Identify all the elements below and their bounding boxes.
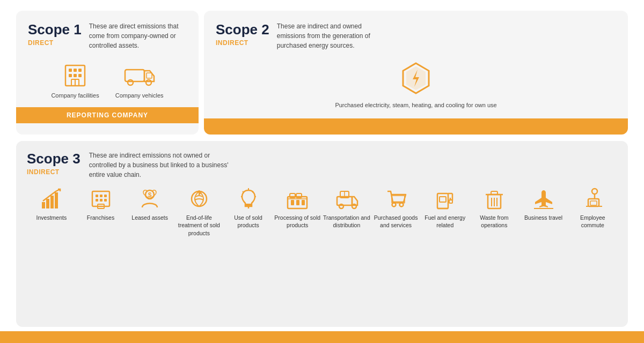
svg-rect-12	[147, 73, 152, 78]
scope1-reporting-bar: REPORTING COMPANY	[16, 107, 199, 123]
scope2-description: These are indirect and owned emissions f…	[277, 21, 384, 50]
svg-rect-1	[69, 69, 72, 72]
scope3-waste-label: Waste from operations	[470, 214, 519, 229]
bottom-bar	[0, 331, 644, 343]
scope3-endoflife-label: End-of-life treatment of sold products	[174, 214, 224, 237]
scope3-item-use-sold: Use of sold products	[224, 187, 273, 229]
svg-rect-3	[78, 69, 82, 72]
svg-line-36	[243, 191, 244, 192]
scope1-title-block: Scope 1 DIRECT	[28, 21, 82, 47]
scope2-icon-center	[216, 56, 616, 101]
svg-rect-2	[74, 69, 77, 72]
scope2-box: Scope 2 INDIRECT These are indirect and …	[204, 11, 628, 135]
svg-rect-16	[46, 199, 49, 208]
scope3-item-waste: Waste from operations	[470, 187, 519, 229]
scope2-subtitle: INDIRECT	[216, 39, 269, 47]
endoflife-icon	[187, 187, 211, 211]
scope3-fuel-label: Fuel and energy related	[420, 214, 470, 229]
scope3-item-franchises: Franchises	[76, 187, 126, 222]
svg-rect-6	[78, 74, 82, 77]
commute-icon	[581, 187, 604, 211]
scope2-icon-label: Purchased electricity, steam, heating, a…	[216, 101, 616, 118]
svg-rect-54	[440, 197, 446, 202]
scope1-box: Scope 1 DIRECT These are direct emission…	[16, 11, 199, 135]
waste-icon	[482, 187, 506, 211]
scope3-item-purchased: Purchased goods and services	[371, 187, 421, 229]
scope2-title: Scope 2	[216, 21, 269, 38]
svg-rect-39	[291, 200, 294, 205]
scope1-subtitle: DIRECT	[28, 39, 82, 47]
scope1-description: These are direct emissions that come fro…	[89, 21, 186, 50]
svg-rect-17	[50, 196, 54, 208]
scope3-title: Scope 3	[27, 151, 80, 167]
scope3-items-row: Investments Franchises $	[27, 187, 617, 237]
svg-rect-9	[125, 70, 144, 81]
electricity-icon	[399, 61, 433, 95]
svg-rect-5	[74, 74, 77, 77]
svg-rect-40	[296, 200, 299, 205]
scope3-subtitle: INDIRECT	[27, 168, 80, 176]
svg-rect-21	[100, 195, 103, 197]
scope2-header: Scope 2 INDIRECT These are indirect and …	[216, 21, 616, 50]
scope3-item-fuel: Fuel and energy related	[420, 187, 470, 229]
svg-line-37	[252, 191, 253, 192]
svg-rect-18	[55, 192, 58, 208]
scope3-item-leased: $ Leased assets	[125, 187, 174, 222]
fuel-icon	[433, 187, 457, 211]
scope1-vehicles-label: Company vehicles	[115, 92, 164, 99]
scope3-item-processing: Processing of sold products	[273, 187, 322, 229]
business-travel-icon	[532, 187, 555, 211]
leased-assets-icon: $	[138, 187, 162, 211]
scope1-title: Scope 1	[28, 21, 82, 38]
svg-rect-60	[491, 191, 497, 195]
svg-point-11	[146, 80, 151, 85]
scope3-franchises-label: Franchises	[87, 214, 114, 222]
svg-rect-25	[104, 199, 107, 202]
use-sold-icon	[237, 187, 260, 211]
svg-point-65	[592, 189, 597, 194]
scope3-item-endoflife: End-of-life treatment of sold products	[174, 187, 224, 237]
scope3-title-block: Scope 3 INDIRECT	[27, 151, 80, 176]
scope3-leased-label: Leased assets	[131, 214, 168, 222]
scope3-purchased-label: Purchased goods and services	[371, 214, 421, 229]
scope1-header: Scope 1 DIRECT These are direct emission…	[28, 21, 187, 50]
svg-point-46	[339, 204, 343, 208]
scope3-transport-label: Transportation and distribution	[322, 214, 371, 229]
scope2-title-block: Scope 2 INDIRECT	[216, 21, 269, 47]
scope3-item-commute: Employee commute	[568, 187, 617, 229]
purchased-icon	[384, 187, 408, 211]
scope1-vehicles-item: Company vehicles	[115, 61, 164, 99]
svg-rect-41	[302, 200, 305, 205]
svg-point-10	[128, 80, 133, 85]
investments-icon	[40, 187, 63, 211]
svg-rect-24	[100, 199, 103, 202]
scope1-icons-row: Company facilities Company vehicles	[28, 56, 187, 107]
scope3-item-business-travel: Business travel	[519, 187, 568, 222]
scope1-facilities-item: Company facilities	[51, 61, 99, 99]
top-section: Scope 1 DIRECT These are direct emission…	[16, 11, 628, 135]
svg-rect-4	[69, 74, 72, 77]
svg-rect-22	[104, 195, 107, 197]
scope3-commute-label: Employee commute	[568, 214, 617, 229]
svg-rect-23	[96, 199, 98, 202]
scope3-use-sold-label: Use of sold products	[224, 214, 273, 229]
svg-point-52	[399, 203, 403, 206]
svg-point-51	[392, 203, 396, 206]
svg-rect-20	[96, 195, 98, 197]
scope3-item-investments: Investments	[27, 187, 76, 222]
svg-point-47	[352, 204, 356, 208]
scope2-reporting-bar	[204, 118, 628, 135]
processing-icon	[286, 187, 309, 211]
svg-rect-56	[449, 200, 452, 203]
svg-rect-67	[590, 201, 597, 205]
scope1-facilities-label: Company facilities	[51, 92, 99, 99]
transport-icon	[335, 187, 358, 211]
facilities-icon	[61, 61, 89, 89]
scope3-section: Scope 3 INDIRECT These are indirect emis…	[16, 141, 628, 327]
scope3-header: Scope 3 INDIRECT These are indirect emis…	[27, 151, 617, 180]
franchises-icon	[89, 187, 113, 211]
scope3-item-transport: Transportation and distribution	[322, 187, 371, 229]
svg-rect-15	[42, 202, 45, 208]
scope3-investments-label: Investments	[36, 214, 67, 222]
scope3-processing-label: Processing of sold products	[273, 214, 322, 229]
